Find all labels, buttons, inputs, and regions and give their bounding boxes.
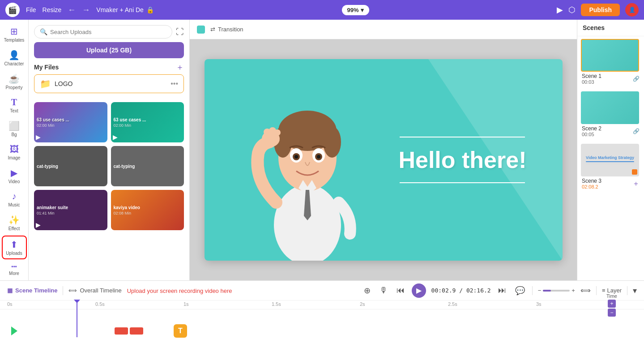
redo-button[interactable]: → — [82, 5, 90, 15]
track-bar-red-2[interactable] — [130, 327, 143, 335]
volume-minus[interactable]: − — [538, 287, 542, 294]
bottom-panel: ▦ Scene Timeline ⟺ Overall Timeline Uplo… — [0, 280, 644, 352]
color-picker[interactable] — [197, 26, 205, 34]
volume-slider[interactable] — [543, 290, 570, 292]
scene-info-2: Scene 2 00:05 🔗 — [581, 124, 640, 138]
my-files-label: My Files — [34, 64, 59, 71]
scene-name-3: Scene 3 02:08.2 — [582, 178, 601, 189]
add-files-icon[interactable]: ＋ — [176, 62, 184, 73]
search-icon: 🔍 — [40, 28, 47, 35]
scenes-header: Scenes — [577, 20, 644, 36]
folder-more-icon[interactable]: ••• — [171, 80, 178, 88]
time-add-btn[interactable]: + — [608, 300, 616, 308]
scene-info-3: Scene 3 02:08.2 ＋ — [581, 176, 640, 191]
video-icon: ▶ — [11, 167, 17, 178]
time-sub-btn[interactable]: − — [608, 309, 616, 317]
sidebar-item-uploads[interactable]: ⬆ Uploads — [2, 236, 27, 259]
captions-btn[interactable]: 💬 — [513, 285, 527, 296]
topbar: 🎬 File Resize ← → Vmaker + Ani De 🔒 99% … — [0, 0, 644, 20]
upload-button[interactable]: Upload (25 GB) — [34, 42, 184, 58]
share-button[interactable]: ⬡ — [568, 5, 576, 15]
playhead[interactable] — [77, 301, 77, 337]
topbar-center: 99% ▾ — [160, 5, 551, 15]
volume-fill — [543, 290, 551, 292]
canvas-slide[interactable]: Hello there! — [205, 59, 563, 261]
time-label: Time — [606, 293, 617, 299]
zoom-control[interactable]: 99% ▾ — [342, 5, 369, 15]
sidebar-label-property: Property — [6, 85, 23, 90]
sidebar-item-more[interactable]: ••• More — [2, 261, 27, 279]
sidebar-label-uploads: Uploads — [6, 251, 22, 256]
volume-row: − + — [538, 287, 575, 294]
scene-add-icon-3[interactable]: ＋ — [632, 179, 640, 189]
sidebar-item-music[interactable]: ♪ Music — [2, 189, 27, 210]
sidebar-label-character: Character — [4, 61, 24, 66]
scene-link-icon-2[interactable]: 🔗 — [633, 128, 640, 134]
ruler-mark-25s: 2.5s — [448, 301, 457, 307]
text-icon: T — [11, 97, 17, 107]
uploads-panel: 🔍 ⛶ Upload (25 GB) My Files ＋ 📁 LOGO ••• — [29, 20, 190, 280]
video-grid: 63 use cases ... 02:00 Min ▶ 63 use case… — [29, 100, 189, 232]
app-logo: 🎬 — [5, 3, 20, 17]
image-icon: 🖼 — [10, 144, 19, 155]
volume-plus[interactable]: + — [571, 287, 575, 294]
expand-timeline-btn[interactable]: ▾ — [633, 286, 637, 296]
timeline-divider-2 — [532, 286, 533, 295]
add-scene-btn[interactable]: ⊕ — [362, 285, 372, 296]
scene-link-icon-1[interactable]: 🔗 — [633, 76, 640, 82]
video-thumb-5[interactable]: animaker suite 01:41 Min ▶ — [34, 190, 107, 230]
preview-button[interactable]: ▶ — [557, 5, 563, 15]
skip-back-btn[interactable]: ⏮ — [395, 285, 406, 296]
video-thumb-4[interactable]: cat-typing — [111, 146, 184, 186]
search-box[interactable]: 🔍 — [34, 25, 172, 39]
undo-button[interactable]: ← — [68, 5, 76, 15]
scene-item-2[interactable]: Scene 2 00:05 🔗 — [577, 89, 644, 141]
canvas-area: ⇄ Transition — [190, 20, 577, 280]
timeline-ruler: 0s 0.5s 1s 1.5s 2s 2.5s 3s Time + − — [0, 300, 644, 309]
user-avatar[interactable]: 👤 — [625, 3, 639, 17]
expand-icon[interactable]: ⛶ — [176, 27, 184, 37]
sidebar-item-effect[interactable]: ✨ Effect — [2, 212, 27, 234]
mic-btn[interactable]: 🎙 — [378, 285, 389, 296]
sidebar-item-text[interactable]: T Text — [2, 94, 27, 116]
skip-forward-btn[interactable]: ⏭ — [496, 285, 508, 296]
scene-timeline-tab[interactable]: ▦ Scene Timeline — [7, 287, 57, 294]
sidebar-item-image[interactable]: 🖼 Image — [2, 142, 27, 163]
scene-item-1[interactable]: Scene 1 00:03 🔗 — [577, 36, 644, 89]
track-bar-red-1[interactable] — [115, 327, 128, 335]
ruler-mark-2s: 2s — [360, 301, 365, 307]
sidebar-item-property[interactable]: ☕ Property — [2, 71, 27, 93]
search-input[interactable] — [50, 29, 166, 35]
timeline-divider-4 — [627, 286, 627, 295]
my-files-row: My Files ＋ — [34, 58, 184, 74]
sidebar-item-bg[interactable]: ⬜ Bg — [2, 118, 27, 140]
timeline-divider-3 — [596, 286, 597, 295]
file-menu[interactable]: File — [26, 6, 36, 13]
ruler-marks-container: 0s 0.5s 1s 1.5s 2s 2.5s 3s — [7, 301, 637, 309]
play-pause-btn[interactable]: ▶ — [412, 283, 426, 298]
logo-folder[interactable]: 📁 LOGO ••• — [34, 74, 184, 93]
publish-button[interactable]: Publish — [581, 4, 620, 16]
video-thumb-2[interactable]: 63 use cases ... 02:00 Min ▶ — [111, 102, 184, 142]
slide-line-top — [400, 137, 525, 137]
sidebar-item-video[interactable]: ▶ Video — [2, 165, 27, 187]
video-thumb-3[interactable]: cat-typing — [34, 146, 107, 186]
video-play-icon-5: ▶ — [36, 221, 41, 228]
transition-icon: ⇄ — [210, 26, 215, 33]
folder-left: 📁 LOGO — [40, 78, 73, 89]
track-bar-t[interactable]: T — [174, 324, 187, 338]
left-sidebar: ⊞ Templates 👤 Character ☕ Property T Tex… — [0, 20, 29, 280]
overall-timeline-tab[interactable]: ⟺ Overall Timeline — [68, 287, 121, 294]
track-triangle[interactable] — [7, 324, 21, 338]
expand-arrows[interactable]: ⟺ — [580, 286, 591, 295]
video-thumb-6[interactable]: kaviya video 02:08 Min — [111, 190, 184, 230]
video-thumb-1[interactable]: 63 use cases ... 02:00 Min ▶ — [34, 102, 107, 142]
slide-hello-text[interactable]: Hello there! — [398, 146, 526, 173]
sidebar-item-character[interactable]: 👤 Character — [2, 47, 27, 69]
resize-menu[interactable]: Resize — [43, 6, 62, 13]
sidebar-item-templates[interactable]: ⊞ Templates — [2, 23, 27, 45]
character-svg — [240, 73, 375, 261]
scene-item-3[interactable]: Video Marketing Strategy Scene 3 02:08.2… — [577, 141, 644, 193]
transition-label: ⇄ Transition — [210, 26, 243, 33]
timeline-spacer: Upload your screen recording video here — [127, 287, 357, 295]
